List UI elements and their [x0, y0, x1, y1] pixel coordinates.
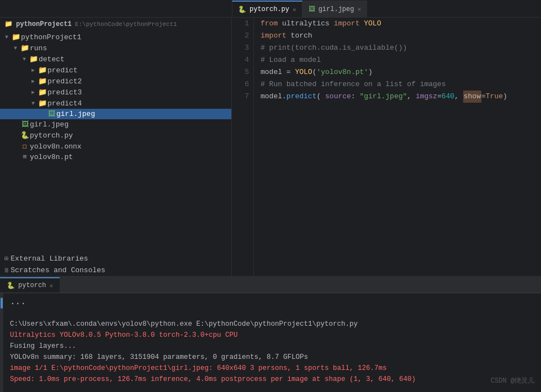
cls-yolo: YOLO: [364, 18, 381, 30]
scroll-indicator: [1, 298, 3, 309]
tab-bar: 🐍 pytorch.py ✕ 🖼 girl.jpeg ✕: [0, 0, 541, 18]
tree-label-predict2: predict2: [47, 77, 82, 86]
kw-true: True: [486, 91, 503, 103]
str-source-val: "girl.jpeg": [359, 91, 407, 103]
tree-item-predict[interactable]: ▶ 📁 predict: [0, 65, 231, 76]
csdn-watermark: CSDN @绕灵儿: [491, 376, 534, 385]
num-640: 640: [442, 91, 454, 103]
param-show-highlight: show: [463, 91, 481, 103]
code-line-3: # print(torch.cuda.is_available()): [261, 42, 534, 54]
tab-pytorch-label: pytorch.py: [250, 6, 289, 13]
comment-2: # Load a model: [261, 54, 321, 66]
arrow-predict: ▶: [29, 67, 38, 73]
tree-item-girl-jpeg-predict4[interactable]: 🖼 girl.jpeg: [0, 109, 231, 119]
sidebar-section-external-libraries[interactable]: ⊞ External Libraries: [0, 253, 231, 264]
panel-tab-python-icon: 🐍: [7, 282, 15, 290]
external-libraries-icon: ⊞: [4, 255, 8, 263]
terminal-fusing: Fusing layers...: [10, 341, 534, 352]
tree-label-pythonproject1: pythonProject1: [21, 33, 81, 41]
tree-label-pytorch-py: pytorch.py: [30, 131, 73, 140]
arrow-predict4: ▼: [29, 100, 38, 107]
jpeg-icon-girl-predict4: 🖼: [46, 110, 56, 118]
code-editor[interactable]: 1 2 3 4 5 6 7 from ultralytics import YO…: [232, 18, 541, 276]
tree-item-pytorch-py[interactable]: 🐍 pytorch.py: [0, 130, 231, 141]
code-line-1: from ultralytics import YOLO: [261, 18, 534, 30]
tab-pytorch-close[interactable]: ✕: [293, 6, 296, 13]
param-source: source: [325, 91, 351, 103]
folder-icon-runs: 📁: [20, 44, 30, 52]
folder-icon-predict3: 📁: [38, 88, 47, 97]
folder-icon-predict2: 📁: [38, 77, 47, 86]
external-libraries-label: External Libraries: [10, 255, 88, 263]
folder-icon-predict4: 📁: [38, 99, 47, 108]
python-file-icon: 🐍: [238, 6, 246, 14]
tree-item-predict2[interactable]: ▶ 📁 predict2: [0, 76, 231, 87]
scratches-label: Scratches and Consoles: [10, 266, 105, 274]
folder-icon-pythonproject1: 📁: [11, 33, 21, 41]
terminal-image-result: image 1/1 E:\pythonCode\pythonProject1\g…: [10, 363, 534, 374]
bottom-panel: 🐍 pytorch ✕ ... C:\Users\xfxam\.conda\en…: [0, 276, 541, 392]
comment-1: # print(torch.cuda.is_available()): [261, 42, 407, 54]
tree-label-detect: detect: [39, 55, 65, 63]
panel-tab-bar: 🐍 pytorch ✕: [0, 277, 541, 293]
tree-item-predict3[interactable]: ▶ 📁 predict3: [0, 87, 231, 98]
tab-girl-label: girl.jpeg: [319, 6, 354, 13]
tab-girl[interactable]: 🖼 girl.jpeg ✕: [303, 1, 367, 17]
arrow-predict2: ▶: [29, 78, 38, 84]
kw-from: from: [261, 18, 278, 30]
code-line-6: # Run batched inference on a list of ima…: [261, 78, 534, 91]
panel-tab-pytorch-close[interactable]: ✕: [49, 282, 53, 289]
project-path: E:\pythonCode\pythonProject1: [75, 21, 177, 28]
terminal-cmd: C:\Users\xfxam\.conda\envs\yolov8\python…: [10, 319, 534, 330]
code-line-2: import torch: [261, 30, 534, 42]
sidebar: 📁 pythonProject1 E:\pythonCode\pythonPro…: [0, 18, 232, 276]
tree-label-yolov8n-onnx: yolov8n.onnx: [30, 142, 82, 151]
fn-predict: predict: [287, 91, 317, 103]
arrow-predict3: ▶: [29, 89, 38, 96]
tab-girl-close[interactable]: ✕: [357, 6, 361, 13]
terminal-dots: ...: [10, 296, 534, 308]
folder-icon-predict: 📁: [38, 66, 47, 75]
terminal-summary: YOLOv8n summary: 168 layers, 3151904 par…: [10, 352, 534, 363]
tree-label-predict4: predict4: [47, 99, 82, 108]
tree-item-yolov8n-pt[interactable]: ≡ yolov8n.pt: [0, 152, 231, 162]
tree-item-girl-jpeg-root[interactable]: 🖼 girl.jpeg: [0, 119, 231, 130]
onnx-icon-yolov8n: ◻: [20, 142, 30, 151]
tree-label-runs: runs: [30, 44, 47, 52]
terminal-yolo-version: Ultralytics YOLOv8.0.5 Python-3.8.0 torc…: [10, 330, 534, 341]
tree-label-predict: predict: [47, 66, 78, 75]
tab-pytorch[interactable]: 🐍 pytorch.py ✕: [232, 1, 303, 17]
sidebar-section-scratches[interactable]: ≣ Scratches and Consoles: [0, 264, 231, 276]
line-numbers: 1 2 3 4 5 6 7: [232, 18, 254, 276]
code-line-5: model = YOLO ( 'yolov8n.pt' ): [261, 66, 534, 78]
tree-item-yolov8n-onnx[interactable]: ◻ yolov8n.onnx: [0, 141, 231, 152]
str-model-path: 'yolov8n.pt': [316, 66, 368, 78]
scratches-icon: ≣: [4, 266, 8, 274]
project-name: pythonProject1: [16, 20, 72, 28]
pt-icon-yolov8n: ≡: [20, 153, 30, 161]
project-header: 📁 pythonProject1 E:\pythonCode\pythonPro…: [0, 18, 231, 30]
file-tree: ▼ 📁 pythonProject1 ▼ 📁 runs ▼ 📁 detect: [0, 30, 231, 253]
param-imgsz: imgsz: [416, 91, 437, 103]
main-area: 📁 pythonProject1 E:\pythonCode\pythonPro…: [0, 18, 541, 276]
terminal-blank: [10, 308, 534, 319]
tree-item-pythonproject1[interactable]: ▼ 📁 pythonProject1: [0, 31, 231, 43]
arrow-pythonproject1: ▼: [2, 34, 11, 40]
panel-body: ... C:\Users\xfxam\.conda\envs\yolov8\py…: [0, 293, 541, 392]
code-line-7: model . predict ( source : "girl.jpeg" ,…: [261, 91, 534, 103]
tree-item-predict4[interactable]: ▼ 📁 predict4: [0, 98, 231, 109]
tree-label-girl-jpeg-root: girl.jpeg: [30, 120, 68, 129]
tree-item-detect[interactable]: ▼ 📁 detect: [0, 54, 231, 65]
code-content[interactable]: from ultralytics import YOLO import torc…: [254, 18, 541, 276]
jpeg-icon-girl-root: 🖼: [20, 120, 30, 129]
terminal-content[interactable]: ... C:\Users\xfxam\.conda\envs\yolov8\py…: [3, 293, 541, 392]
terminal-speed: Speed: 1.0ms pre-process, 126.7ms infere…: [10, 374, 534, 385]
arrow-runs: ▼: [11, 45, 20, 51]
tree-item-runs[interactable]: ▼ 📁 runs: [0, 43, 231, 54]
tree-label-yolov8n-pt: yolov8n.pt: [30, 153, 73, 161]
arrow-detect: ▼: [20, 56, 29, 62]
jpeg-file-icon: 🖼: [309, 5, 315, 13]
tree-label-girl-jpeg-predict4: girl.jpeg: [56, 110, 95, 118]
folder-icon-detect: 📁: [29, 55, 39, 63]
panel-tab-pytorch[interactable]: 🐍 pytorch ✕: [0, 277, 60, 293]
